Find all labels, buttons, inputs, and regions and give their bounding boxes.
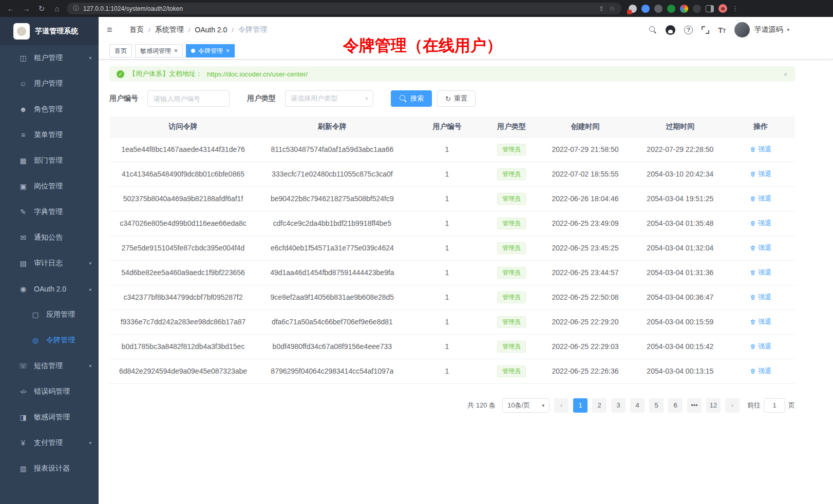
- oauth-icon: ◉: [18, 285, 28, 293]
- font-size-icon[interactable]: TT: [718, 26, 726, 34]
- sidebar-item-user[interactable]: ☺ 用户管理: [0, 71, 99, 96]
- logo-avatar: [13, 23, 30, 40]
- page-size-select[interactable]: 10条/页 ▾: [502, 398, 550, 413]
- browser-back-button[interactable]: ←: [5, 3, 16, 14]
- cell-refresh-token: e6cfd40eb1f54571a31e775e039c4624: [257, 236, 408, 260]
- sidebar-item-role[interactable]: ☻ 角色管理: [0, 96, 99, 122]
- sidebar-item-label: 角色管理: [34, 105, 63, 114]
- prev-page-button[interactable]: ‹: [554, 398, 569, 413]
- cell-refresh-token: 49d1aa46d1454fbd87591444423be9fa: [257, 260, 408, 285]
- page-ellipsis[interactable]: •••: [687, 398, 702, 413]
- page-button-5[interactable]: 5: [649, 398, 664, 413]
- sidebar-item-label: 短信管理: [34, 361, 63, 371]
- sidebar-item-report-designer[interactable]: ▥ 报表设计器: [0, 456, 99, 481]
- sidebar-item-error-code[interactable]: </> 错误码管理: [0, 379, 99, 404]
- share-icon[interactable]: ⇧: [598, 5, 604, 12]
- app-icon: ▢: [31, 311, 40, 319]
- audit-log-icon: ▤: [18, 259, 28, 267]
- tab-home[interactable]: 首页: [109, 44, 132, 57]
- browser-menu-icon[interactable]: ⋮: [732, 5, 739, 12]
- user-menu[interactable]: 芋道源码 ▾: [734, 22, 789, 37]
- sidebar-item-sensitive-word[interactable]: ◨ 敏感词管理: [0, 404, 99, 430]
- column-user-type: 用户类型: [486, 117, 536, 137]
- breadcrumb-item[interactable]: 首页: [129, 25, 144, 34]
- force-logout-button[interactable]: 强退: [750, 268, 771, 277]
- cell-actions: 强退: [726, 236, 795, 260]
- page-button-1[interactable]: 1: [573, 398, 588, 413]
- extension-icon-blue[interactable]: [641, 5, 650, 13]
- reset-button[interactable]: ↻ 重置: [437, 90, 476, 107]
- goto-page-input[interactable]: [764, 398, 785, 413]
- force-logout-button[interactable]: 强退: [750, 169, 771, 179]
- page-button-4[interactable]: 4: [630, 398, 645, 413]
- chevron-down-icon: ▾: [89, 55, 91, 61]
- page-button-12[interactable]: 12: [706, 398, 721, 413]
- next-page-button[interactable]: ›: [725, 398, 740, 413]
- page-button-6[interactable]: 6: [668, 398, 683, 413]
- browser-reload-button[interactable]: ↻: [36, 3, 47, 14]
- search-button[interactable]: 搜索: [391, 90, 432, 107]
- browser-home-button[interactable]: ⌂: [51, 3, 63, 14]
- force-logout-button[interactable]: 强退: [750, 219, 771, 228]
- select-placeholder: 请选择用户类型: [291, 94, 337, 103]
- side-panel-icon[interactable]: [706, 5, 714, 12]
- active-tab-dot: [191, 49, 195, 53]
- extension-icon-gray[interactable]: [654, 5, 662, 13]
- user-type-select[interactable]: 请选择用户类型 ▾: [285, 90, 373, 107]
- sidebar-item-tenant[interactable]: ◫ 租户管理 ▾: [0, 45, 99, 71]
- extension-icon-dark[interactable]: [693, 5, 701, 13]
- sidebar-item-department[interactable]: ▦ 部门管理: [0, 148, 99, 173]
- close-icon[interactable]: ×: [783, 70, 788, 79]
- force-logout-button[interactable]: 强退: [750, 194, 771, 203]
- sidebar-item-oauth[interactable]: ◉ OAuth 2.0 ▴: [0, 276, 99, 302]
- tab-token-mgmt[interactable]: 令牌管理 ×: [186, 44, 235, 57]
- cell-actions: 强退: [726, 359, 795, 383]
- force-logout-button[interactable]: 强退: [750, 317, 771, 326]
- sidebar-item-dictionary[interactable]: ✎ 字典管理: [0, 199, 99, 225]
- doc-link[interactable]: https://doc.iocoder.cn/user-center/: [207, 70, 308, 78]
- search-icon[interactable]: [649, 26, 657, 34]
- extension-icon-colorful[interactable]: [680, 5, 688, 13]
- cell-user-type: 管理员: [486, 260, 536, 285]
- github-icon[interactable]: [666, 25, 675, 35]
- force-logout-button[interactable]: 强退: [750, 243, 771, 253]
- help-icon[interactable]: ?: [684, 26, 693, 34]
- sidebar-collapse-icon[interactable]: ≡: [107, 25, 118, 35]
- address-bar[interactable]: ⓘ 127.0.0.1:1024/system/oauth2/token ⇧ ☆: [67, 3, 621, 14]
- user-id-input[interactable]: [147, 90, 230, 107]
- sidebar-item-sms[interactable]: ☏ 短信管理 ▾: [0, 353, 99, 379]
- browser-profile-avatar[interactable]: ☻: [718, 4, 727, 13]
- force-logout-button[interactable]: 强退: [750, 293, 771, 302]
- cell-refresh-token: 8796295f04064c2983414cc54af1097a: [257, 359, 408, 383]
- sidebar-item-oauth-token[interactable]: ◎ 令牌管理: [0, 327, 99, 353]
- cell-user-id: 1: [408, 137, 487, 162]
- extension-icon-green[interactable]: [667, 5, 675, 13]
- force-logout-button[interactable]: 强退: [750, 145, 771, 154]
- close-icon[interactable]: ×: [174, 48, 178, 54]
- sidebar-item-post[interactable]: ▣ 岗位管理: [0, 173, 99, 199]
- tab-sensitive-word[interactable]: 敏感词管理 ×: [135, 44, 183, 57]
- sidebar-item-oauth-app[interactable]: ▢ 应用管理: [0, 302, 99, 327]
- force-logout-button[interactable]: 强退: [750, 342, 771, 351]
- payment-icon: ¥: [18, 439, 28, 447]
- bookmark-star-icon[interactable]: ☆: [609, 5, 615, 12]
- sidebar-item-label: 字典管理: [34, 207, 63, 217]
- cell-user-type: 管理员: [486, 359, 536, 383]
- sidebar-item-payment[interactable]: ¥ 支付管理 ▾: [0, 430, 99, 456]
- sidebar-item-menu-mgmt[interactable]: ≡ 菜单管理: [0, 122, 99, 148]
- page-button-2[interactable]: 2: [592, 398, 607, 413]
- extension-icon-puzzle[interactable]: [629, 5, 637, 13]
- browser-forward-button[interactable]: →: [21, 3, 32, 14]
- site-info-icon[interactable]: ⓘ: [73, 4, 79, 13]
- breadcrumb-item[interactable]: OAuth 2.0: [195, 26, 227, 34]
- close-icon[interactable]: ×: [226, 48, 230, 54]
- page-button-3[interactable]: 3: [611, 398, 626, 413]
- force-logout-button[interactable]: 强退: [750, 366, 771, 376]
- url-text[interactable]: 127.0.0.1:1024/system/oauth2/token: [83, 5, 594, 12]
- sidebar-item-audit-log[interactable]: ▤ 审计日志 ▾: [0, 250, 99, 276]
- breadcrumb-item[interactable]: 系统管理: [155, 25, 184, 34]
- sidebar-item-notice[interactable]: ✉ 通知公告: [0, 225, 99, 250]
- fullscreen-icon[interactable]: [702, 26, 709, 34]
- cell-user-id: 1: [408, 162, 487, 186]
- cell-user-type: 管理员: [486, 162, 536, 186]
